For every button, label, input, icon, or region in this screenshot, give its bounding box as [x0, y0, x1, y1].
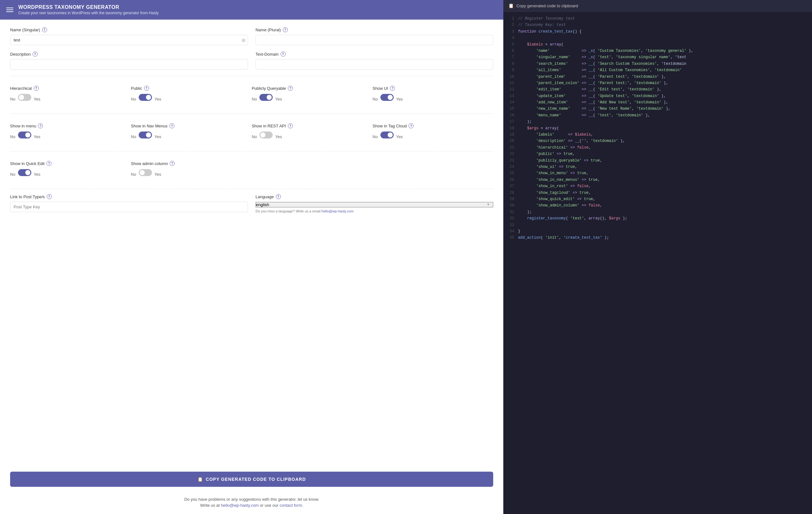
code-panel: 📋 Copy generated code to clipboard 1// R…	[503, 0, 812, 514]
show-in-tag-cloud-group: Show in Tag Cloud ? No Yes	[373, 119, 493, 146]
show-in-nav-menus-help-icon[interactable]: ?	[169, 123, 174, 128]
show-in-tag-cloud-help-icon[interactable]: ?	[408, 123, 413, 128]
show-in-quick-edit-yes-label: Yes	[34, 172, 40, 177]
description-help-icon[interactable]: ?	[33, 52, 37, 57]
show-in-rest-help-icon[interactable]: ?	[288, 123, 293, 128]
left-panel: WORDPRESS TAXONOMY GENERATOR Create your…	[0, 0, 503, 514]
publicly-queryable-group: Publicly Queryable ? No Yes	[252, 81, 373, 108]
public-help-icon[interactable]: ?	[144, 86, 149, 91]
show-ui-no-label: No	[373, 97, 378, 102]
language-select-wrap: english german french spanish ▼	[256, 202, 494, 207]
show-in-nav-menus-group: Show in Nav Menus ? No Yes	[131, 119, 252, 146]
show-admin-column-yes-label: Yes	[154, 172, 161, 177]
link-to-post-help-icon[interactable]: ?	[47, 194, 52, 199]
copy-name-icon[interactable]: ⊞	[242, 38, 245, 43]
code-line: 19 'labels' => $labels,	[509, 132, 807, 138]
code-line: 15 'new_item_name' => __( 'New test Name…	[509, 106, 807, 112]
code-line: 22 'public' => true,	[509, 151, 807, 157]
copy-btn-label: COPY GENERATED CODE TO CLIPBOARD	[206, 477, 306, 482]
footer-line2: Write us at hello@wp-hasty.com or use ou…	[10, 503, 493, 508]
description-label: Description ?	[10, 52, 248, 57]
publicly-queryable-help-icon[interactable]: ?	[288, 86, 293, 91]
toggles-row-3: Show in Quick Edit ? No Yes Show a	[10, 156, 493, 184]
hierarchical-no-label: No	[10, 97, 16, 102]
show-in-menu-toggle-row: No Yes	[10, 132, 131, 142]
code-line: 34}	[509, 228, 807, 234]
language-help-icon[interactable]: ?	[276, 194, 281, 199]
show-in-nav-menus-label: Show in Nav Menus ?	[131, 123, 252, 128]
show-in-quick-edit-group: Show in Quick Edit ? No Yes	[10, 156, 131, 184]
show-in-menu-group: Show in menu ? No Yes	[10, 119, 131, 146]
code-line: 30 'show_admin_column' => false,	[509, 202, 807, 209]
hierarchical-toggle[interactable]	[18, 94, 31, 101]
show-in-rest-no-label: No	[252, 134, 257, 139]
show-in-tag-cloud-toggle[interactable]	[380, 132, 394, 139]
name-plural-help-icon[interactable]: ?	[283, 27, 288, 32]
textdomain-input[interactable]	[256, 59, 494, 69]
public-no-label: No	[131, 97, 136, 102]
code-line: 23 'publicly_queryable' => true,	[509, 158, 807, 164]
hierarchical-yes-label: Yes	[34, 97, 40, 102]
code-line: 6 'name' => _x( 'Custom Taxonomies', 'ta…	[509, 48, 807, 54]
bottom-section: Link to Post Type/s ? Language ? english…	[10, 194, 493, 213]
textdomain-help-icon[interactable]: ?	[281, 52, 286, 57]
language-select[interactable]: english german french spanish	[256, 202, 494, 207]
code-copy-header[interactable]: 📋 Copy generated code to clipboard	[503, 0, 812, 12]
description-group: Description ?	[10, 52, 248, 69]
public-toggle-row: No Yes	[131, 94, 252, 104]
name-plural-input[interactable]	[256, 35, 494, 45]
code-line: 25 'show_in_menu' => true,	[509, 170, 807, 176]
code-line: 35add_action( 'init', 'create_test_tax' …	[509, 234, 807, 241]
code-body: 1// Register Taxonomy test2// Taxonomy K…	[503, 12, 812, 514]
show-in-rest-toggle[interactable]	[259, 132, 273, 139]
code-line: 12 'edit_item' => __( 'Edit test', 'text…	[509, 86, 807, 93]
show-in-quick-edit-toggle-row: No Yes	[10, 169, 131, 179]
show-in-menu-help-icon[interactable]: ?	[38, 123, 43, 128]
menu-button[interactable]	[6, 7, 13, 12]
show-admin-column-toggle-row: No Yes	[131, 169, 252, 179]
publicly-queryable-no-label: No	[252, 97, 257, 102]
language-email-link[interactable]: hello@wp-hasty.com	[322, 209, 353, 213]
publicly-queryable-toggle[interactable]	[259, 94, 273, 101]
code-line: 1// Register Taxonomy test	[509, 16, 807, 22]
code-line: 21 'hierarchical' => false,	[509, 144, 807, 151]
code-line: 4	[509, 35, 807, 41]
code-line: 3function create_test_tax() {	[509, 28, 807, 35]
show-in-nav-menus-toggle[interactable]	[139, 132, 152, 139]
name-singular-input[interactable]	[10, 35, 248, 45]
show-in-tag-cloud-toggle-row: No Yes	[373, 132, 493, 142]
toggles-row-1: Hierarchical ? No Yes Public	[10, 81, 493, 108]
code-line: 14 'add_new_item' => __( 'Add New test',…	[509, 99, 807, 106]
public-toggle[interactable]	[139, 94, 152, 101]
public-group: Public ? No Yes	[131, 81, 252, 108]
desc-row: Description ? Text-Domain ?	[10, 52, 493, 69]
code-line: 20 'description' => __('', 'textdomain' …	[509, 138, 807, 144]
show-in-nav-menus-no-label: No	[131, 134, 136, 139]
description-input[interactable]	[10, 59, 248, 69]
public-yes-label: Yes	[154, 97, 161, 102]
public-label: Public ?	[131, 86, 252, 91]
hierarchical-help-icon[interactable]: ?	[34, 86, 39, 91]
link-to-post-input[interactable]	[10, 202, 248, 212]
show-in-tag-cloud-yes-label: Yes	[396, 134, 403, 139]
show-in-tag-cloud-no-label: No	[373, 134, 378, 139]
show-ui-help-icon[interactable]: ?	[390, 86, 395, 91]
show-admin-column-help-icon[interactable]: ?	[170, 161, 175, 166]
show-in-menu-toggle[interactable]	[18, 132, 31, 139]
show-admin-column-toggle[interactable]	[139, 169, 152, 176]
copy-to-clipboard-button[interactable]: 📋 COPY GENERATED CODE TO CLIPBOARD	[10, 472, 493, 487]
show-ui-toggle[interactable]	[380, 94, 394, 101]
footer-line1: Do you have problems or any suggestions …	[10, 497, 493, 502]
footer-contact-link[interactable]: contact form.	[280, 503, 303, 508]
show-ui-toggle-row: No Yes	[373, 94, 493, 104]
show-ui-yes-label: Yes	[396, 97, 403, 102]
show-in-quick-edit-toggle[interactable]	[18, 169, 31, 176]
footer-email-link[interactable]: hello@wp-hasty.com	[221, 503, 259, 508]
code-line: 26 'show_in_nav_menus' => true,	[509, 177, 807, 183]
app-subtitle: Create your own taxonomies in WordPress …	[18, 11, 158, 15]
name-singular-help-icon[interactable]: ?	[42, 27, 47, 32]
code-line: 27 'show_in_rest' => false,	[509, 183, 807, 189]
textdomain-label: Text-Domain ?	[256, 52, 494, 57]
code-clipboard-icon: 📋	[509, 3, 514, 8]
show-in-quick-edit-help-icon[interactable]: ?	[47, 161, 52, 166]
